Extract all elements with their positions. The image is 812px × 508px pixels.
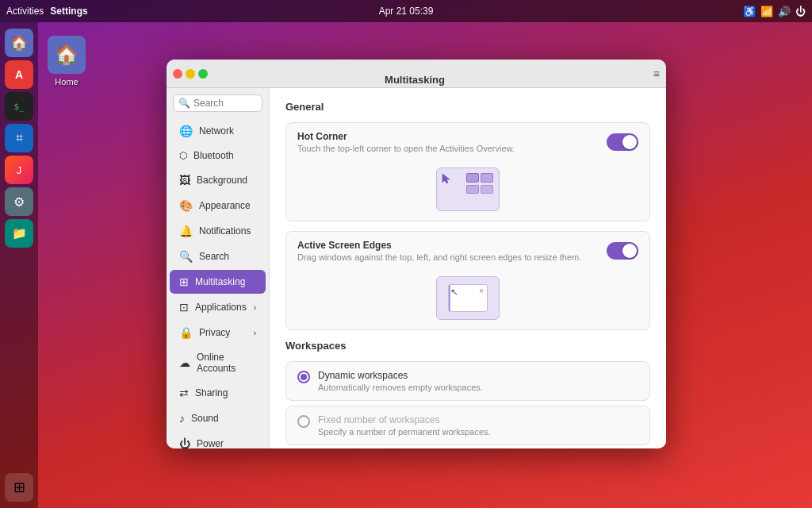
- desktop-icon-home[interactable]: 🏠 Home: [48, 36, 86, 87]
- dynamic-workspaces-radio[interactable]: [297, 371, 310, 383]
- windows-preview: [466, 173, 494, 194]
- dock-item-home[interactable]: 🏠: [5, 29, 33, 57]
- fixed-workspaces-card[interactable]: Fixed number of workspaces Specify a num…: [285, 406, 650, 445]
- power-sidebar-icon: ⏻: [179, 437, 190, 448]
- general-section-title: General: [285, 101, 650, 113]
- activities-button[interactable]: Activities: [6, 6, 44, 17]
- active-screen-edges-desc: Drag windows against the top, left, and …: [297, 252, 607, 262]
- notifications-icon: 🔔: [179, 225, 193, 237]
- active-app-label[interactable]: Settings: [50, 6, 87, 17]
- hot-corner-name: Hot Corner: [297, 131, 607, 142]
- workspaces-section-title: Workspaces: [285, 340, 650, 352]
- dock: 🏠 A $_ ⌗ J ⚙ 📁 ⊞: [0, 22, 38, 508]
- background-icon: 🖼: [179, 174, 190, 187]
- sidebar-item-privacy[interactable]: 🔒 Privacy ›: [170, 321, 266, 344]
- sidebar-label-power: Power: [197, 438, 224, 448]
- cursor-icon: [441, 172, 454, 185]
- sidebar-item-notifications[interactable]: 🔔 Notifications: [170, 219, 266, 243]
- accessibility-icon[interactable]: ♿: [743, 6, 756, 17]
- settings-window: Multitasking ≡ 🔍 🌐 Network ⬡ Bluetooth 🖼: [167, 60, 666, 448]
- svg-marker-0: [442, 174, 450, 183]
- sidebar-item-sound[interactable]: ♪ Sound: [170, 406, 266, 430]
- sidebar-label-notifications: Notifications: [199, 225, 251, 237]
- power-icon[interactable]: ⏻: [795, 6, 806, 17]
- sidebar-label-appearance: Appearance: [199, 200, 251, 211]
- ase-inner-preview: ↖ ×: [448, 284, 488, 312]
- ase-close-icon: ×: [479, 287, 484, 295]
- taskbar-left: Activities Settings: [6, 6, 88, 17]
- sidebar-label-bluetooth: Bluetooth: [193, 150, 234, 161]
- sidebar-label-sound: Sound: [191, 413, 219, 424]
- sidebar-search-container[interactable]: 🔍: [173, 94, 262, 112]
- hot-corner-desc: Touch the top-left corner to open the Ac…: [297, 144, 607, 153]
- taskbar-right: ♿ 📶 🔊 ⏻: [743, 6, 806, 17]
- sidebar-label-privacy: Privacy: [199, 327, 230, 338]
- sidebar-item-search[interactable]: 🔍 Search: [170, 244, 266, 268]
- desktop-icon-image: 🏠: [48, 36, 86, 74]
- network-icon: 🌐: [179, 125, 193, 137]
- dynamic-workspaces-radio-inner: [301, 374, 307, 380]
- sound-icon: ♪: [179, 412, 185, 425]
- minimize-button[interactable]: [186, 69, 195, 79]
- dock-item-terminal[interactable]: $_: [5, 92, 33, 121]
- dynamic-workspaces-card[interactable]: Dynamic workspaces Automatically removes…: [285, 361, 650, 401]
- dock-item-apps[interactable]: ⊞: [5, 473, 33, 502]
- dynamic-workspaces-info: Dynamic workspaces Automatically removes…: [318, 370, 483, 392]
- active-screen-edges-preview: ↖ ×: [436, 276, 500, 320]
- sidebar-toggle-icon[interactable]: ≡: [653, 67, 660, 80]
- sidebar-item-sharing[interactable]: ⇄ Sharing: [170, 381, 266, 405]
- ase-cursor-icon: ↖: [450, 287, 458, 298]
- online-accounts-icon: ☁: [179, 356, 190, 369]
- dock-item-software[interactable]: A: [5, 60, 33, 89]
- hot-corner-card: Hot Corner Touch the top-left corner to …: [285, 122, 650, 221]
- sidebar-item-applications[interactable]: ⊡ Applications ›: [170, 295, 266, 319]
- window-body: 🔍 🌐 Network ⬡ Bluetooth 🖼 Background 🎨 A…: [167, 88, 666, 448]
- fixed-workspaces-radio[interactable]: [297, 415, 310, 428]
- search-input[interactable]: [193, 98, 257, 109]
- active-screen-edges-toggle[interactable]: [607, 242, 638, 260]
- chevron-right-icon: ›: [254, 303, 256, 312]
- multitasking-icon: ⊞: [179, 275, 189, 288]
- dock-item-jetbrains[interactable]: J: [5, 156, 33, 184]
- dynamic-workspaces-desc: Automatically removes empty workspaces.: [318, 383, 483, 392]
- dock-item-settings[interactable]: ⚙: [5, 187, 33, 216]
- hot-corner-toggle-knob: [622, 135, 637, 149]
- active-screen-edges-toggle-knob: [622, 244, 637, 258]
- dynamic-workspaces-label: Dynamic workspaces: [318, 370, 483, 381]
- hot-corner-preview: [436, 167, 500, 211]
- maximize-button[interactable]: [198, 69, 208, 79]
- sidebar-label-background: Background: [197, 175, 247, 186]
- sidebar-item-background[interactable]: 🖼 Background: [170, 168, 266, 192]
- sidebar-item-network[interactable]: 🌐 Network: [170, 119, 266, 143]
- taskbar-clock: Apr 21 05:39: [379, 6, 434, 17]
- sidebar-label-online-accounts: Online Accounts: [197, 352, 256, 374]
- sidebar-item-online-accounts[interactable]: ☁ Online Accounts: [170, 346, 266, 379]
- hot-corner-info: Hot Corner Touch the top-left corner to …: [297, 131, 607, 153]
- active-screen-edges-preview-container: ↖ ×: [286, 270, 649, 329]
- fixed-workspaces-label: Fixed number of workspaces: [318, 414, 491, 425]
- dock-item-vscode[interactable]: ⌗: [5, 124, 33, 152]
- sidebar-item-power[interactable]: ⏻ Power: [170, 432, 266, 448]
- search-icon: 🔍: [178, 98, 190, 109]
- search-sidebar-icon: 🔍: [179, 250, 193, 263]
- sidebar-label-network: Network: [199, 125, 234, 137]
- active-screen-edges-row: Active Screen Edges Drag windows against…: [286, 232, 649, 270]
- sidebar-label-applications: Applications: [195, 302, 247, 313]
- sidebar-item-appearance[interactable]: 🎨 Appearance: [170, 194, 266, 217]
- hot-corner-preview-container: [286, 161, 649, 221]
- desktop-icon-label: Home: [55, 77, 78, 87]
- hot-corner-row: Hot Corner Touch the top-left corner to …: [286, 123, 649, 161]
- hot-corner-toggle[interactable]: [607, 133, 638, 151]
- active-screen-edges-card: Active Screen Edges Drag windows against…: [285, 231, 650, 330]
- dock-item-files[interactable]: 📁: [5, 219, 33, 248]
- sidebar-label-sharing: Sharing: [195, 387, 228, 398]
- sidebar-item-multitasking[interactable]: ⊞ Multitasking: [170, 270, 266, 294]
- bluetooth-icon: ⬡: [179, 150, 187, 161]
- active-screen-edges-name: Active Screen Edges: [297, 240, 607, 251]
- network-icon[interactable]: 📶: [760, 6, 773, 17]
- close-button[interactable]: [173, 69, 182, 79]
- sidebar-item-bluetooth[interactable]: ⬡ Bluetooth: [170, 144, 266, 167]
- volume-icon[interactable]: 🔊: [778, 6, 791, 17]
- sidebar-label-search: Search: [199, 251, 229, 262]
- main-content: General Hot Corner Touch the top-left co…: [270, 88, 666, 448]
